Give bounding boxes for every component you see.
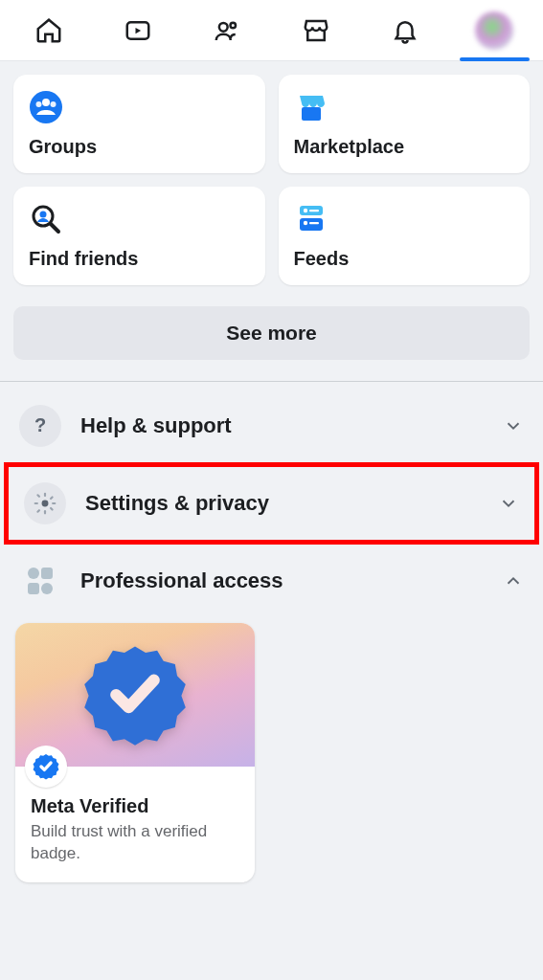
svg-point-2 bbox=[230, 22, 236, 28]
svg-rect-14 bbox=[300, 218, 323, 231]
menu-settings-privacy[interactable]: Settings & privacy bbox=[18, 467, 525, 540]
menu-label: Settings & privacy bbox=[85, 491, 479, 516]
svg-rect-29 bbox=[28, 583, 39, 594]
menu-label: Help & support bbox=[80, 413, 484, 438]
nav-watch[interactable] bbox=[93, 0, 182, 60]
professional-access-icon bbox=[19, 560, 61, 602]
meta-verified-subtitle: Build trust with a verified badge. bbox=[31, 821, 239, 865]
meta-verified-hero bbox=[15, 623, 255, 767]
divider bbox=[0, 381, 543, 382]
svg-rect-20 bbox=[44, 510, 46, 514]
shortcut-groups[interactable]: Groups bbox=[13, 75, 265, 173]
svg-rect-25 bbox=[50, 496, 55, 501]
nav-profile[interactable] bbox=[450, 0, 539, 60]
chevron-down-icon bbox=[498, 493, 519, 514]
shortcut-label: Groups bbox=[29, 136, 250, 158]
avatar bbox=[475, 11, 513, 50]
svg-point-3 bbox=[30, 91, 62, 123]
find-friends-icon bbox=[29, 202, 63, 236]
shortcut-marketplace[interactable]: Marketplace bbox=[279, 75, 531, 173]
friends-icon bbox=[213, 16, 241, 45]
svg-rect-24 bbox=[50, 506, 55, 511]
svg-rect-7 bbox=[302, 107, 321, 121]
shortcut-label: Marketplace bbox=[294, 136, 515, 158]
svg-point-1 bbox=[219, 22, 228, 31]
svg-rect-16 bbox=[309, 222, 319, 224]
svg-point-9 bbox=[40, 212, 47, 218]
svg-rect-26 bbox=[36, 509, 41, 514]
svg-point-18 bbox=[42, 501, 49, 507]
marketplace-icon bbox=[302, 16, 330, 45]
chevron-down-icon bbox=[503, 415, 524, 436]
meta-verified-card[interactable]: Meta Verified Build trust with a verifie… bbox=[15, 623, 255, 882]
svg-rect-22 bbox=[52, 502, 56, 504]
svg-point-4 bbox=[42, 99, 50, 106]
feeds-icon bbox=[294, 202, 328, 236]
bell-icon bbox=[391, 16, 419, 45]
marketplace-shortcut-icon bbox=[294, 90, 328, 124]
shortcut-find-friends[interactable]: Find friends bbox=[13, 187, 265, 285]
see-more-label: See more bbox=[226, 322, 317, 345]
shortcut-label: Feeds bbox=[294, 248, 515, 270]
help-icon: ? bbox=[19, 405, 61, 447]
menu-label: Professional access bbox=[80, 568, 484, 593]
shortcut-label: Find friends bbox=[29, 248, 250, 270]
verified-badge-small-icon bbox=[33, 753, 59, 780]
nav-notifications[interactable] bbox=[361, 0, 450, 60]
svg-rect-23 bbox=[36, 494, 41, 499]
svg-point-15 bbox=[303, 221, 306, 225]
svg-point-27 bbox=[28, 568, 39, 579]
svg-rect-13 bbox=[309, 210, 319, 212]
svg-text:?: ? bbox=[34, 414, 46, 435]
svg-point-6 bbox=[51, 101, 57, 107]
svg-point-12 bbox=[303, 209, 306, 212]
menu-help-support[interactable]: ? Help & support bbox=[13, 390, 530, 462]
see-more-button[interactable]: See more bbox=[13, 306, 530, 360]
shortcut-feeds[interactable]: Feeds bbox=[279, 187, 531, 285]
gear-icon bbox=[24, 482, 66, 524]
watch-icon bbox=[124, 16, 152, 45]
nav-friends[interactable] bbox=[182, 0, 271, 60]
verified-badge-small bbox=[25, 746, 67, 788]
nav-home[interactable] bbox=[4, 0, 93, 60]
svg-rect-21 bbox=[34, 502, 38, 504]
svg-point-5 bbox=[36, 101, 42, 107]
nav-marketplace[interactable] bbox=[272, 0, 361, 60]
top-nav bbox=[0, 0, 543, 61]
home-icon bbox=[34, 16, 63, 45]
svg-line-10 bbox=[51, 224, 58, 232]
highlight-annotation: Settings & privacy bbox=[4, 462, 539, 545]
verified-badge-large-icon bbox=[82, 642, 188, 747]
chevron-up-icon bbox=[503, 570, 524, 591]
svg-point-30 bbox=[41, 583, 53, 594]
svg-rect-28 bbox=[41, 568, 53, 579]
groups-icon bbox=[29, 90, 63, 124]
meta-verified-title: Meta Verified bbox=[31, 795, 239, 817]
active-tab-indicator bbox=[460, 57, 530, 61]
svg-rect-19 bbox=[44, 493, 46, 497]
menu-professional-access[interactable]: Professional access bbox=[13, 545, 530, 617]
